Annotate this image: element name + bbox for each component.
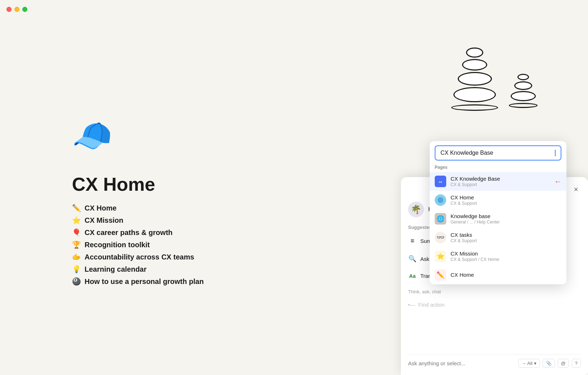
nav-item-growth-plan[interactable]: 🎱 How to use a personal growth plan [72, 277, 204, 286]
kb-title: Knowledge base [451, 213, 561, 219]
nav-icon-cx-career: 🎈 [72, 228, 81, 237]
stone-2 [462, 59, 487, 71]
find-action-row[interactable]: •— Find action [408, 299, 581, 311]
blue-cap-illustration: 🧢 [72, 119, 112, 152]
zen-stones-illustration [451, 48, 538, 111]
at-icon: @ [561, 361, 566, 366]
cx-home-title: CX Home [451, 194, 561, 200]
dropdown-item-cx-kb[interactable]: cx CX Knowledge Base CX & Support ← [430, 172, 566, 191]
nav-label-cx-career: CX career paths & growth [85, 229, 173, 237]
footer-icons: → All ▾ 📎 @ ? [518, 359, 581, 368]
cx-home-2-text: CX Home [451, 272, 561, 278]
cx-tasks-subtitle: CX & Support [451, 238, 561, 243]
cx-tasks-text: CX tasks CX & Support [451, 232, 561, 243]
mention-button[interactable]: @ [558, 359, 569, 368]
cx-home-subtitle: CX & Support [451, 201, 561, 206]
nav-item-accountability[interactable]: 🫱 Accountability across CX teams [72, 253, 204, 261]
all-label: → All [521, 361, 532, 366]
search-input[interactable] [440, 150, 555, 156]
cx-home-icon [435, 194, 446, 206]
cx-kb-subtitle: CX & Support [451, 182, 550, 187]
find-action-label: Find action [418, 302, 444, 308]
search-dropdown: Pages cx CX Knowledge Base CX & Support … [430, 141, 566, 284]
small-stone-base [509, 103, 538, 108]
ask-icon: 🔍 [408, 255, 417, 263]
avatar-emoji: 🌴 [411, 204, 421, 214]
panel-footer: → All ▾ 📎 @ ? [408, 354, 581, 368]
nav-item-cx-mission[interactable]: ⭐ CX Mission [72, 216, 204, 225]
nav-list: ✏️ CX Home ⭐ CX Mission 🎈 CX career path… [72, 204, 204, 286]
minimize-button[interactable] [14, 7, 19, 12]
stone-4 [453, 87, 496, 102]
page-content: CX Home ✏️ CX Home ⭐ CX Mission 🎈 CX car… [72, 173, 204, 286]
small-stone-3 [511, 91, 536, 101]
cx-tasks-title: CX tasks [451, 232, 561, 238]
nav-icon-learning: 💡 [72, 265, 81, 274]
cx-home-text: CX Home CX & Support [451, 194, 561, 206]
nav-label-recognition: Recognition toolkit [85, 241, 150, 249]
stone-3 [458, 72, 492, 86]
nav-icon-growth-plan: 🎱 [72, 277, 81, 286]
nav-label-accountability: Accountability across CX teams [85, 253, 194, 261]
app-window: 🧢 CX Home ✏️ CX Home ⭐ CX Mission 🎈 CX c… [0, 0, 588, 375]
cx-kb-text: CX Knowledge Base CX & Support [451, 176, 550, 187]
cx-mission-subtitle: CX & Support / CX Home [451, 257, 561, 262]
ask-input[interactable] [408, 360, 518, 366]
text-cursor [555, 150, 556, 156]
svg-text:cx: cx [439, 180, 442, 184]
svg-point-2 [438, 197, 443, 203]
nav-label-cx-home: CX Home [85, 204, 117, 212]
panel-avatar: 🌴 [408, 202, 424, 217]
cx-home-2-icon: ✏️ [435, 269, 446, 281]
cx-home-2-emoji: ✏️ [437, 271, 444, 279]
find-dot-icon: •— [408, 302, 415, 308]
nav-item-cx-career[interactable]: 🎈 CX career paths & growth [72, 228, 204, 237]
nav-item-learning[interactable]: 💡 Learning calendar [72, 265, 204, 274]
maximize-button[interactable] [22, 7, 27, 12]
translate-icon: Aa [408, 273, 417, 279]
cx-mission-emoji: ⭐ [437, 252, 444, 260]
small-stone-1 [517, 74, 529, 80]
think-label: Think, ask, chat [408, 289, 581, 294]
kb-subtitle: General / ... / Help Center [451, 220, 561, 225]
small-stone-stack [509, 74, 538, 108]
cx-mission-text: CX Mission CX & Support / CX Home [451, 250, 561, 262]
nav-label-growth-plan: How to use a personal growth plan [85, 277, 204, 286]
nav-label-cx-mission: CX Mission [85, 216, 123, 225]
cx-mission-title: CX Mission [451, 250, 561, 257]
cx-kb-icon: cx [435, 176, 446, 187]
attach-button[interactable]: 📎 [543, 359, 555, 368]
dropdown-item-cx-mission[interactable]: ⭐ CX Mission CX & Support / CX Home [430, 247, 566, 266]
chevron-down-icon: ▾ [534, 361, 537, 366]
nav-icon-accountability: 🫱 [72, 253, 81, 261]
help-button[interactable]: ? [572, 359, 581, 368]
all-filter-button[interactable]: → All ▾ [518, 359, 539, 368]
small-stone-2 [514, 81, 532, 90]
nav-item-cx-home[interactable]: ✏️ CX Home [72, 204, 204, 212]
nav-icon-cx-home: ✏️ [72, 204, 81, 212]
cx-kb-title: CX Knowledge Base [451, 176, 550, 182]
nav-item-recognition[interactable]: 🏆 Recognition toolkit [72, 240, 204, 249]
stone-base-shadow [451, 104, 498, 111]
search-input-wrapper [435, 145, 561, 161]
question-icon: ? [575, 361, 578, 366]
nav-icon-recognition: 🏆 [72, 240, 81, 249]
cx-kb-arrow: ← [554, 177, 561, 186]
kb-emoji: 🌐 [437, 215, 444, 223]
cx-mission-icon: ⭐ [435, 250, 446, 262]
kb-text: Knowledge base General / ... / Help Cent… [451, 213, 561, 225]
cx-tasks-emoji: 👓 [437, 234, 444, 241]
cx-tasks-icon: 👓 [435, 232, 446, 243]
dropdown-item-cx-tasks[interactable]: 👓 CX tasks CX & Support [430, 228, 566, 247]
summarize-icon: ≡ [408, 237, 417, 245]
main-content: 🧢 CX Home ✏️ CX Home ⭐ CX Mission 🎈 CX c… [0, 19, 588, 375]
nav-label-learning: Learning calendar [85, 265, 146, 274]
panel-close-button[interactable]: ✕ [571, 184, 581, 194]
paperclip-icon: 📎 [546, 361, 552, 366]
dropdown-item-cx-home-2[interactable]: ✏️ CX Home [430, 266, 566, 284]
large-stone-stack [451, 48, 498, 111]
dropdown-item-cx-home[interactable]: CX Home CX & Support [430, 191, 566, 209]
close-button[interactable] [6, 7, 12, 12]
dropdown-item-kb[interactable]: 🌐 Knowledge base General / ... / Help Ce… [430, 209, 566, 228]
pages-label: Pages [430, 161, 566, 172]
